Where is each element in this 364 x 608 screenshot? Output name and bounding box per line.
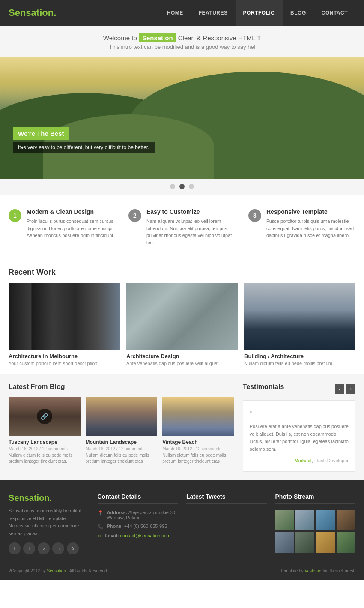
feature-num-2: 2 — [128, 209, 141, 222]
footer: Sensation. Sensation is an incredibly be… — [0, 480, 364, 580]
footer-col-contact: Contact Details 📍 Address: Aleje Jerozol… — [98, 493, 178, 554]
nav-home[interactable]: HOME — [159, 0, 191, 26]
feature-2: 2 Easy to Customize Nam aliquam volutpat… — [128, 208, 236, 246]
blog-testimonials-section: Latest From Blog 🔗 Tuscany Landscape Mar… — [0, 374, 364, 480]
email-icon: ✉ — [98, 533, 101, 539]
portfolio-desc-1: Your custom portolio item short descript… — [9, 361, 120, 366]
social-icons: f t v in ✿ — [9, 542, 89, 554]
hero-headline: Welcome to Sensation Clean & Responsive … — [0, 34, 364, 42]
logo: Sensation. — [9, 7, 56, 18]
nav-portfolio[interactable]: PORTFOLIO — [236, 0, 283, 26]
feature-2-content: Easy to Customize Nam aliquam volutpat l… — [146, 208, 236, 246]
contact-address-row: 📍 Address: Aleje Jerozolimskie 30, Warsa… — [98, 510, 178, 520]
contact-email-row: ✉ Email: contact@sensation.com — [98, 533, 178, 539]
photo-1[interactable] — [275, 510, 294, 530]
slide-caption: We're The Best It♦s very easy to be diff… — [13, 127, 155, 153]
feature-num-1: 1 — [9, 209, 21, 222]
link-icon-1[interactable]: 🔗 — [37, 409, 52, 424]
testimonials-box: " Posuere erat a ante venenatis dapibus … — [243, 400, 355, 472]
feature-3-content: Responsive Template Fusce porttitor turp… — [266, 208, 355, 246]
feature-1: 1 Modern & Clean Design Proin iaculis pu… — [9, 208, 116, 246]
footer-desc: Sensation is an incredibly beautiful res… — [9, 507, 89, 537]
feature-1-text: Proin iaculis purus consequat sem cursus… — [27, 218, 116, 239]
footer-grid: Sensation. Sensation is an incredibly be… — [9, 493, 355, 554]
author-role: Flash Developer — [314, 458, 349, 463]
blog-text-2: Nullam dictum felis eu pede molis pretiu… — [86, 452, 158, 464]
hero-section: Welcome to Sensation Clean & Responsive … — [0, 26, 364, 57]
footer-bottom: ?Copyright 2012 by Sensation . All Right… — [9, 563, 355, 573]
photo-stream-grid — [275, 510, 356, 553]
header: Sensation. HOME FEATURES PORTFOLIO BLOG … — [0, 0, 364, 26]
portfolio-title-2: Architecture Design — [126, 353, 238, 359]
photo-8[interactable] — [337, 532, 355, 553]
template-credit: Template by Vasterad for ThemeForest. — [280, 569, 355, 573]
portfolio-title-3: Building / Architecture — [244, 353, 355, 359]
social-flickr[interactable]: ✿ — [67, 542, 79, 554]
testimonials-prev[interactable]: ‹ — [335, 384, 344, 394]
navigation: HOME FEATURES PORTFOLIO BLOG CONTACT — [159, 0, 355, 26]
testimonials-author: Michael, Flash Developer — [250, 457, 349, 465]
footer-photos-title: Photo Stream — [275, 493, 356, 504]
address-icon: 📍 — [98, 510, 104, 516]
feature-3-title: Responsive Template — [266, 208, 355, 215]
blog-thumb-2[interactable] — [86, 397, 158, 436]
logo-text: Sensation — [9, 7, 54, 18]
blog-item-1: 🔗 Tuscany Landscape March 16, 2012 / 12 … — [9, 397, 81, 464]
hero-slider: We're The Best It♦s very easy to be diff… — [0, 57, 364, 179]
copyright: ?Copyright 2012 by Sensation . All Right… — [9, 569, 108, 573]
blog-meta-1: March 16, 2012 / 12 comments — [9, 446, 81, 451]
dot-3[interactable] — [189, 184, 194, 189]
blog-title-3: Vintage Beach — [162, 439, 234, 445]
feature-3-text: Fusce porttitor turpis quis urna molesti… — [266, 218, 355, 239]
photo-7[interactable] — [316, 532, 335, 553]
portfolio-thumb-2[interactable] — [126, 283, 238, 350]
testimonials-section: Testimonials ‹ › " Posuere erat a ante v… — [243, 383, 355, 472]
social-twitter[interactable]: t — [23, 542, 35, 554]
portfolio-item-2: Architecture Design Ante venenatis dapib… — [126, 283, 238, 366]
social-linkedin[interactable]: in — [52, 542, 64, 554]
blog-thumb-3[interactable] — [162, 397, 234, 436]
portfolio-desc-3: Nullam dictum felis eu pede mollis preti… — [244, 361, 355, 366]
dot-1[interactable] — [170, 184, 175, 189]
photo-4[interactable] — [337, 510, 355, 530]
blog-grid: 🔗 Tuscany Landscape March 16, 2012 / 12 … — [9, 397, 234, 464]
footer-logo: Sensation. — [9, 493, 89, 503]
portfolio-thumb-1[interactable] — [9, 283, 120, 350]
footer-col-about: Sensation. Sensation is an incredibly be… — [9, 493, 89, 554]
blog-title-2: Mountain Landscape — [86, 439, 158, 445]
phone-icon: 📞 — [98, 524, 104, 530]
portfolio-desc-2: Ante venenatis dapibus posuere velit ali… — [126, 361, 238, 366]
photo-6[interactable] — [295, 532, 314, 553]
feature-1-content: Modern & Clean Design Proin iaculis puru… — [27, 208, 116, 246]
nav-features[interactable]: FEATURES — [191, 0, 236, 26]
social-facebook[interactable]: f — [9, 542, 21, 554]
caption-title: We're The Best — [13, 127, 69, 140]
photo-2[interactable] — [295, 510, 314, 530]
contact-phone-row: 📞 Phone: +44 (0) 560-655-995 — [98, 524, 178, 530]
portfolio-thumb-3[interactable] — [244, 283, 355, 350]
photo-5[interactable] — [275, 532, 294, 553]
logo-dot: . — [54, 7, 56, 18]
nav-blog[interactable]: BLOG — [283, 0, 314, 26]
blog-item-3: Vintage Beach March 16, 2012 / 12 commen… — [162, 397, 234, 464]
blog-title: Latest From Blog — [9, 383, 234, 391]
feature-3: 3 Responsive Template Fusce porttitor tu… — [248, 208, 355, 246]
photo-3[interactable] — [316, 510, 335, 530]
portfolio-grid: Architecture in Melbourne Your custom po… — [9, 283, 355, 366]
blog-thumb-1[interactable]: 🔗 — [9, 397, 81, 436]
nav-contact[interactable]: CONTACT — [314, 0, 355, 26]
blog-section: Latest From Blog 🔗 Tuscany Landscape Mar… — [9, 383, 234, 472]
testimonials-nav: ‹ › — [335, 384, 355, 394]
feature-2-title: Easy to Customize — [146, 208, 236, 215]
features-section: 1 Modern & Clean Design Proin iaculis pu… — [0, 195, 364, 259]
testimonials-next[interactable]: › — [346, 384, 355, 394]
blog-text-1: Nullam dictum felis eu pede molis pretiu… — [9, 452, 81, 464]
recent-work-section: Recent Work Architecture in Melbourne Yo… — [0, 259, 364, 374]
feature-1-title: Modern & Clean Design — [27, 208, 116, 215]
portfolio-item-1: Architecture in Melbourne Your custom po… — [9, 283, 120, 366]
email-link[interactable]: contact@sensation.com — [120, 533, 171, 538]
social-vimeo[interactable]: v — [38, 542, 50, 554]
dot-2[interactable] — [179, 184, 185, 189]
hero-brand: Sensation — [139, 33, 176, 42]
footer-tweets-title: Latest Tweets — [186, 493, 267, 504]
